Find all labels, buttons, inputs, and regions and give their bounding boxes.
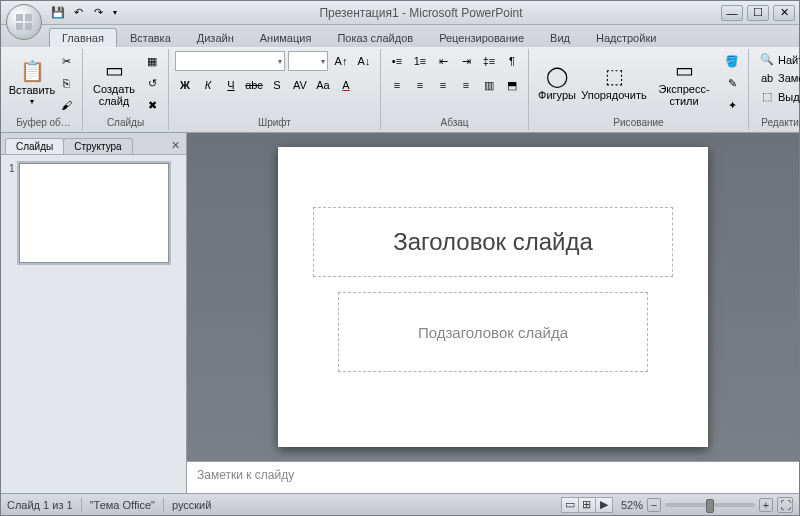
shadow-icon: S [273, 79, 280, 91]
title-placeholder[interactable]: Заголовок слайда [313, 207, 673, 277]
status-language[interactable]: русский [172, 499, 211, 511]
layout-button[interactable]: ▦ [142, 51, 162, 71]
window-title: Презентация1 - Microsoft PowerPoint [121, 6, 721, 20]
paste-button[interactable]: 📋 Вставить ▾ [11, 52, 53, 114]
indent-icon: ⇥ [462, 55, 471, 68]
group-clipboard: 📋 Вставить ▾ ✂ ⎘ 🖌 Буфер об… [5, 49, 83, 130]
fit-window-button[interactable]: ⛶ [777, 497, 793, 513]
cut-button[interactable]: ✂ [56, 51, 76, 71]
group-slides-label: Слайды [89, 115, 162, 128]
shape-fill-button[interactable]: 🪣 [722, 51, 742, 71]
thumbnail-preview [19, 163, 169, 263]
align-center-button[interactable]: ≡ [410, 75, 430, 95]
line-spacing-button[interactable]: ‡≡ [479, 51, 499, 71]
numbering-button[interactable]: 1≡ [410, 51, 430, 71]
tab-design[interactable]: Дизайн [184, 28, 247, 47]
redo-icon: ↷ [94, 6, 103, 19]
undo-icon: ↶ [74, 6, 83, 19]
align-left-button[interactable]: ≡ [387, 75, 407, 95]
minimize-button[interactable]: — [721, 5, 743, 21]
slide-canvas[interactable]: Заголовок слайда Подзаголовок слайда [187, 133, 799, 461]
copy-button[interactable]: ⎘ [56, 73, 76, 93]
slide[interactable]: Заголовок слайда Подзаголовок слайда [278, 147, 708, 447]
qat-redo-button[interactable]: ↷ [89, 4, 107, 22]
close-button[interactable]: ✕ [773, 5, 795, 21]
zoom-slider[interactable] [665, 503, 755, 507]
thumbnail-list: 1 [1, 155, 186, 493]
align-center-icon: ≡ [417, 79, 423, 91]
zoom-in-button[interactable]: + [759, 498, 773, 512]
new-slide-button[interactable]: ▭ Создать слайд [89, 52, 139, 114]
pane-tab-outline[interactable]: Структура [63, 138, 132, 154]
zoom-level[interactable]: 52% [621, 499, 643, 511]
shape-outline-button[interactable]: ✎ [722, 73, 742, 93]
normal-view-button[interactable]: ▭ [561, 497, 579, 513]
zoom-controls: 52% − + ⛶ [621, 497, 793, 513]
reset-button[interactable]: ↺ [142, 73, 162, 93]
change-case-button[interactable]: Aa [313, 75, 333, 95]
select-button[interactable]: ⬚Выделить▾ [755, 88, 800, 105]
grow-font-button[interactable]: A↑ [331, 51, 351, 71]
quick-access-toolbar: 💾 ↶ ↷ ▾ [49, 4, 121, 22]
convert-smartart-button[interactable]: ⬒ [502, 75, 522, 95]
zoom-out-button[interactable]: − [647, 498, 661, 512]
subtitle-placeholder[interactable]: Подзаголовок слайда [338, 292, 648, 372]
status-slide-number: Слайд 1 из 1 [7, 499, 73, 511]
tab-animation[interactable]: Анимация [247, 28, 325, 47]
format-painter-button[interactable]: 🖌 [56, 95, 76, 115]
italic-button[interactable]: К [198, 75, 218, 95]
qat-undo-button[interactable]: ↶ [69, 4, 87, 22]
arrange-label: Упорядочить [581, 89, 646, 101]
pane-tab-slides[interactable]: Слайды [5, 138, 64, 154]
tab-review[interactable]: Рецензирование [426, 28, 537, 47]
strike-button[interactable]: abc [244, 75, 264, 95]
tab-view[interactable]: Вид [537, 28, 583, 47]
shadow-button[interactable]: S [267, 75, 287, 95]
outdent-button[interactable]: ⇤ [433, 51, 453, 71]
office-button[interactable] [6, 4, 42, 40]
case-icon: Aa [316, 79, 329, 91]
maximize-button[interactable]: ☐ [747, 5, 769, 21]
tab-insert[interactable]: Вставка [117, 28, 184, 47]
stage: Заголовок слайда Подзаголовок слайда Зам… [187, 133, 799, 493]
sorter-view-button[interactable]: ⊞ [578, 497, 596, 513]
text-direction-button[interactable]: ¶ [502, 51, 522, 71]
columns-button[interactable]: ▥ [479, 75, 499, 95]
group-editing-label: Редактирование [755, 115, 800, 128]
font-family-combo[interactable] [175, 51, 285, 71]
shrink-font-button[interactable]: A↓ [354, 51, 374, 71]
tab-addins[interactable]: Надстройки [583, 28, 669, 47]
qat-save-button[interactable]: 💾 [49, 4, 67, 22]
ribbon-tabs: Главная Вставка Дизайн Анимация Показ сл… [1, 25, 799, 47]
slide-thumbnail[interactable]: 1 [9, 163, 178, 263]
justify-button[interactable]: ≡ [456, 75, 476, 95]
shape-effects-button[interactable]: ✦ [722, 95, 742, 115]
arrange-button[interactable]: ⬚ Упорядочить [582, 52, 646, 114]
pane-close-button[interactable]: ✕ [169, 137, 182, 154]
shapes-button[interactable]: ◯ Фигуры [535, 52, 579, 114]
font-size-combo[interactable] [288, 51, 328, 71]
qat-customize-button[interactable]: ▾ [109, 4, 121, 22]
indent-button[interactable]: ⇥ [456, 51, 476, 71]
delete-slide-button[interactable]: ✖ [142, 95, 162, 115]
tab-slideshow[interactable]: Показ слайдов [324, 28, 426, 47]
font-color-button[interactable]: A [336, 75, 356, 95]
align-right-button[interactable]: ≡ [433, 75, 453, 95]
underline-button[interactable]: Ч [221, 75, 241, 95]
effects-icon: ✦ [728, 99, 737, 112]
slideshow-view-button[interactable]: ▶ [595, 497, 613, 513]
shapes-label: Фигуры [538, 89, 576, 101]
char-spacing-button[interactable]: AV [290, 75, 310, 95]
bold-button[interactable]: Ж [175, 75, 195, 95]
bullets-button[interactable]: •≡ [387, 51, 407, 71]
tab-home[interactable]: Главная [49, 28, 117, 47]
styles-icon: ▭ [675, 59, 694, 81]
bold-icon: Ж [180, 79, 190, 91]
notes-pane[interactable]: Заметки к слайду [187, 461, 799, 493]
thumbnail-number: 1 [9, 163, 15, 263]
quick-styles-button[interactable]: ▭ Экспресс-стили [649, 52, 719, 114]
find-button[interactable]: 🔍Найти [755, 51, 800, 68]
close-icon: ✕ [171, 139, 180, 151]
replace-button[interactable]: abЗаменить▾ [755, 70, 800, 86]
minus-icon: − [651, 499, 657, 511]
